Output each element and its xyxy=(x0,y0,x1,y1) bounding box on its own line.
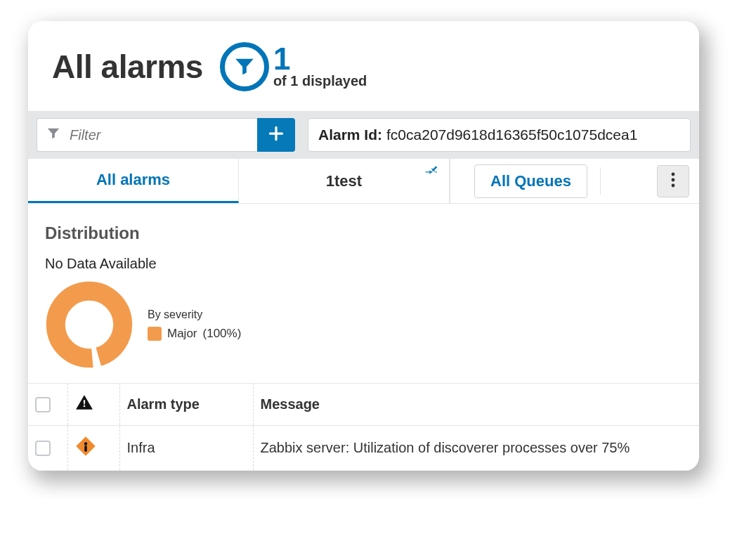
tab-label: 1test xyxy=(326,172,362,190)
distribution-legend: By severity Major (100%) xyxy=(148,308,241,341)
tab-1test[interactable]: 1test xyxy=(239,159,450,203)
add-filter-button[interactable] xyxy=(257,118,295,152)
distribution-title: Distribution xyxy=(45,223,682,243)
count-number: 1 xyxy=(273,45,367,73)
distribution-status: No Data Available xyxy=(45,256,682,272)
svg-rect-5 xyxy=(84,445,87,452)
chip-value: fc0ca207d9618d16365f50c1075dcea1 xyxy=(386,126,637,143)
svg-point-2 xyxy=(672,183,675,187)
svg-point-3 xyxy=(55,290,124,360)
filter-input-wrap[interactable] xyxy=(37,118,257,152)
chip-key: Alarm Id: xyxy=(318,126,382,143)
count-block: 1 of 1 displayed xyxy=(273,45,367,89)
table-row[interactable]: Infra Zabbix server: Utilization of disc… xyxy=(28,426,699,471)
tab-label: All alarms xyxy=(96,171,170,189)
alarms-panel: All alarms 1 of 1 displayed xyxy=(28,21,699,471)
distribution-section: Distribution No Data Available By severi… xyxy=(28,204,699,383)
more-menu-button[interactable] xyxy=(657,165,689,197)
filter-indicator-circle[interactable] xyxy=(220,42,269,91)
kebab-icon xyxy=(671,172,675,190)
legend-title: By severity xyxy=(148,308,241,321)
alarms-table: Alarm type Message Infra Zabbix server: … xyxy=(28,383,699,471)
row-checkbox[interactable] xyxy=(35,441,51,456)
legend-label: Major xyxy=(167,327,197,341)
filter-bar: Alarm Id: fc0ca207d9618d16365f50c1075dce… xyxy=(28,111,699,159)
filter-chip-alarm-id[interactable]: Alarm Id: fc0ca207d9618d16365f50c1075dce… xyxy=(308,118,691,152)
svg-point-1 xyxy=(672,178,675,181)
pin-icon[interactable] xyxy=(425,163,439,181)
all-queues-button[interactable]: All Queues xyxy=(474,164,587,198)
svg-point-0 xyxy=(672,172,675,176)
column-alarm-type[interactable]: Alarm type xyxy=(119,384,253,426)
warning-icon xyxy=(75,399,93,415)
cell-alarm-type: Infra xyxy=(119,426,253,471)
legend-swatch xyxy=(148,327,162,341)
column-message[interactable]: Message xyxy=(253,384,699,426)
page-title: All alarms xyxy=(52,48,203,86)
column-select xyxy=(28,384,67,426)
cell-message: Zabbix server: Utilization of discoverer… xyxy=(253,426,699,471)
column-severity xyxy=(67,384,119,426)
separator xyxy=(600,167,601,195)
tab-all-alarms[interactable]: All alarms xyxy=(28,159,239,203)
tabs-row: All alarms 1test All Queues xyxy=(28,159,699,204)
filter-input-group xyxy=(37,118,295,152)
severity-major-icon xyxy=(75,436,96,457)
plus-icon xyxy=(267,124,285,145)
count-subtext: of 1 displayed xyxy=(273,74,367,89)
severity-donut-chart xyxy=(45,280,133,369)
filter-summary: 1 of 1 displayed xyxy=(220,42,367,91)
legend-item-major: Major (100%) xyxy=(148,327,241,341)
select-all-checkbox[interactable] xyxy=(35,397,51,412)
legend-percent: (100%) xyxy=(203,327,242,341)
funnel-icon xyxy=(46,126,70,144)
svg-point-4 xyxy=(84,442,87,445)
funnel-icon xyxy=(233,55,256,79)
table-header-row: Alarm type Message xyxy=(28,384,699,426)
filter-input[interactable] xyxy=(70,127,249,143)
header: All alarms 1 of 1 displayed xyxy=(28,21,699,111)
